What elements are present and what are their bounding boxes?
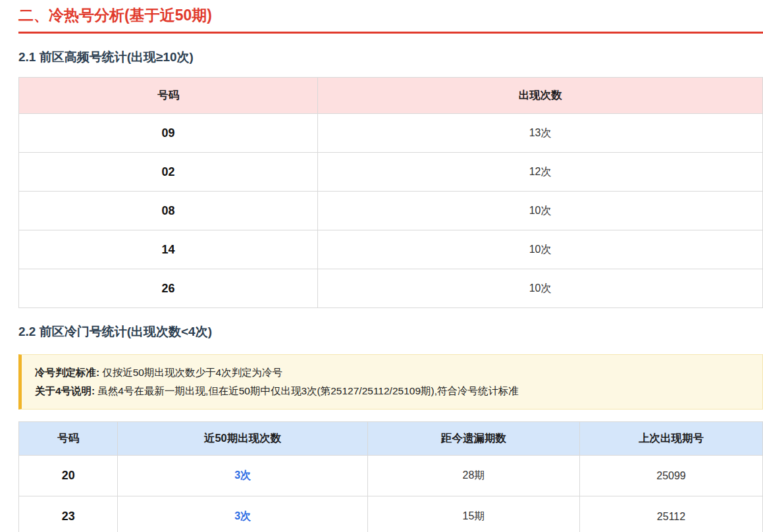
cell-missed: 28期 <box>367 456 579 496</box>
cell-number: 08 <box>19 192 318 230</box>
cell-count: 3次 <box>118 456 368 496</box>
table-row: 08 10次 <box>19 192 763 230</box>
report-page: 二、冷热号分析(基于近50期) 2.1 前区高频号统计(出现≥10次) 号码 出… <box>0 0 763 532</box>
cell-missed: 15期 <box>367 496 579 532</box>
note-line-criteria: 冷号判定标准:仅按近50期出现次数少于4次判定为冷号 <box>35 363 749 382</box>
cold-numbers-table: 号码 近50期出现次数 距今遗漏期数 上次出现期号 20 3次 28期 2509… <box>18 421 763 532</box>
note-label-criteria: 冷号判定标准: <box>35 367 99 378</box>
cell-count: 10次 <box>318 230 763 269</box>
column-header-number: 号码 <box>19 78 318 114</box>
cell-number: 20 <box>19 456 118 496</box>
table-row: 23 3次 15期 25112 <box>19 496 763 532</box>
note-line-number4: 关于4号说明:虽然4号在最新一期出现,但在近50期中仅出现3次(第25127/2… <box>35 382 749 400</box>
note-text-criteria: 仅按近50期出现次数少于4次判定为冷号 <box>102 367 282 378</box>
cell-last-draw: 25112 <box>580 496 763 532</box>
cell-count: 3次 <box>118 496 368 532</box>
column-header-missed: 距今遗漏期数 <box>367 422 579 456</box>
page-title: 二、冷热号分析(基于近50期) <box>18 7 763 24</box>
cell-number: 02 <box>19 153 318 192</box>
hot-numbers-table: 号码 出现次数 09 13次 02 12次 08 10次 14 10次 26 <box>18 77 763 308</box>
table-header-row: 号码 近50期出现次数 距今遗漏期数 上次出现期号 <box>19 422 763 456</box>
table-row: 20 3次 28期 25099 <box>19 456 763 496</box>
table-row: 02 12次 <box>19 153 763 192</box>
cell-number: 09 <box>19 114 318 153</box>
note-label-number4: 关于4号说明: <box>35 385 95 396</box>
cell-last-draw: 25099 <box>580 456 763 496</box>
cell-number: 23 <box>19 496 118 532</box>
section-hot-heading: 2.1 前区高频号统计(出现≥10次) <box>18 49 763 65</box>
column-header-last-draw: 上次出现期号 <box>580 422 763 456</box>
cell-count: 10次 <box>318 269 763 308</box>
cell-number: 14 <box>19 230 318 269</box>
column-header-number: 号码 <box>19 422 118 456</box>
section-cold-heading: 2.2 前区冷门号统计(出现次数<4次) <box>18 324 763 339</box>
table-header-row: 号码 出现次数 <box>19 78 763 114</box>
note-text-number4: 虽然4号在最新一期出现,但在近50期中仅出现3次(第25127/25112/25… <box>97 385 519 396</box>
table-row: 09 13次 <box>19 114 763 153</box>
cold-note-box: 冷号判定标准:仅按近50期出现次数少于4次判定为冷号 关于4号说明:虽然4号在最… <box>18 354 763 410</box>
column-header-count50: 近50期出现次数 <box>118 422 368 456</box>
title-divider <box>18 32 763 34</box>
table-row: 26 10次 <box>19 269 763 308</box>
cell-number: 26 <box>19 269 318 308</box>
column-header-count: 出现次数 <box>318 78 763 114</box>
cell-count: 13次 <box>318 114 763 153</box>
cell-count: 10次 <box>318 192 763 230</box>
table-row: 14 10次 <box>19 230 763 269</box>
cell-count: 12次 <box>318 153 763 192</box>
